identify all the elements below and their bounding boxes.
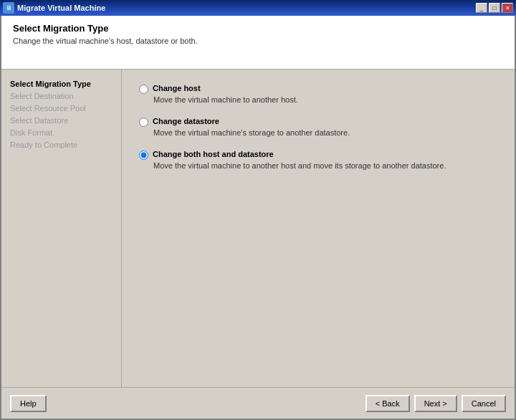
- option-change-datastore: Change datastore Move the virtual machin…: [139, 117, 497, 137]
- sidebar-item-disk-format: Disk Format: [7, 127, 115, 138]
- label-change-host[interactable]: Change host: [153, 84, 201, 92]
- label-change-datastore[interactable]: Change datastore: [153, 117, 219, 125]
- footer-left: Help: [10, 395, 366, 412]
- minimize-button[interactable]: _: [476, 3, 487, 13]
- option-change-host: Change host Move the virtual machine to …: [139, 84, 497, 104]
- title-bar: 🖥 Migrate Virtual Machine _ □ ✕: [0, 0, 516, 16]
- radio-change-both[interactable]: [139, 151, 148, 160]
- header-description: Change the virtual machine's host, datas…: [13, 37, 503, 45]
- main-panel: Change host Move the virtual machine to …: [122, 70, 515, 387]
- wizard-footer: Help < Back Next > Cancel: [1, 387, 515, 419]
- radio-change-host[interactable]: [139, 85, 148, 94]
- label-change-both[interactable]: Change both host and datastore: [153, 150, 274, 158]
- sidebar-item-select-datastore: Select Datastore: [7, 115, 115, 126]
- wizard-sidebar: Select Migration Type Select Destination…: [1, 70, 122, 387]
- sidebar-item-select-resource-pool: Select Resource Pool: [7, 102, 115, 114]
- sidebar-item-select-destination: Select Destination: [7, 90, 115, 102]
- back-button[interactable]: < Back: [366, 395, 410, 412]
- footer-right: < Back Next > Cancel: [366, 395, 506, 412]
- cancel-button[interactable]: Cancel: [462, 395, 506, 412]
- header-title: Select Migration Type: [13, 23, 503, 34]
- maximize-button[interactable]: □: [489, 3, 500, 13]
- option-change-both: Change both host and datastore Move the …: [139, 150, 497, 170]
- content-area: Select Migration Type Select Destination…: [1, 70, 515, 387]
- desc-change-datastore: Move the virtual machine's storage to an…: [153, 128, 497, 137]
- radio-change-datastore[interactable]: [139, 118, 148, 127]
- sidebar-item-select-migration-type[interactable]: Select Migration Type: [7, 78, 115, 90]
- app-icon: 🖥: [3, 2, 14, 14]
- next-button[interactable]: Next >: [414, 395, 457, 412]
- window-controls[interactable]: _ □ ✕: [476, 3, 513, 13]
- help-button[interactable]: Help: [10, 395, 47, 412]
- window-title: Migrate Virtual Machine: [17, 4, 476, 12]
- sidebar-item-ready-to-complete: Ready to Complete: [7, 139, 115, 151]
- wizard-header: Select Migration Type Change the virtual…: [1, 16, 515, 70]
- close-button[interactable]: ✕: [502, 3, 513, 13]
- desc-change-host: Move the virtual machine to another host…: [153, 95, 497, 104]
- desc-change-both: Move the virtual machine to another host…: [153, 161, 497, 170]
- window-body: Select Migration Type Change the virtual…: [0, 16, 516, 420]
